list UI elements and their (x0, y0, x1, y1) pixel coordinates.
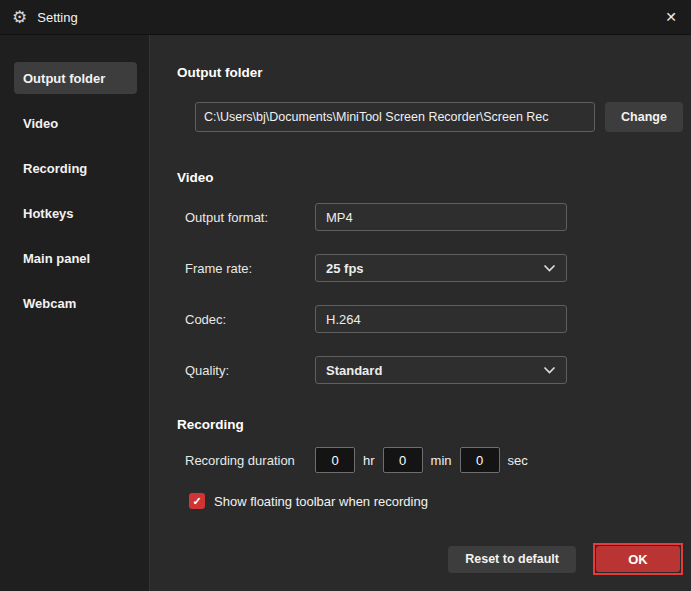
sidebar-item-recording[interactable]: Recording (14, 152, 137, 184)
settings-window: ⚙ Setting ✕ Output folder Video Recordin… (0, 0, 691, 591)
codec-input[interactable]: H.264 (315, 305, 567, 333)
quality-row: Quality: Standard (185, 356, 683, 384)
hours-unit-label: hr (363, 453, 375, 468)
sidebar-item-webcam[interactable]: Webcam (14, 287, 137, 319)
quality-select[interactable]: Standard (315, 356, 567, 384)
sidebar: Output folder Video Recording Hotkeys Ma… (0, 35, 150, 591)
video-section-title: Video (177, 170, 683, 185)
duration-hours-input[interactable] (315, 447, 355, 473)
duration-minutes-input[interactable] (383, 447, 423, 473)
output-folder-path-input[interactable] (195, 102, 595, 132)
output-format-input[interactable]: MP4 (315, 203, 567, 231)
frame-rate-label: Frame rate: (185, 261, 315, 276)
floating-toolbar-checkbox[interactable]: ✓ (189, 493, 205, 509)
settings-panel: Output folder Change Video Output format… (150, 35, 691, 591)
footer-actions: Reset to default OK (448, 543, 683, 575)
chevron-down-icon (543, 264, 556, 273)
titlebar: ⚙ Setting ✕ (0, 0, 691, 35)
sidebar-item-main-panel[interactable]: Main panel (14, 242, 137, 274)
window-title: Setting (37, 10, 77, 25)
frame-rate-select[interactable]: 25 fps (315, 254, 567, 282)
quality-value: Standard (326, 363, 382, 378)
recording-section-title: Recording (177, 417, 683, 432)
codec-value: H.264 (326, 312, 361, 327)
settings-gear-icon: ⚙ (12, 9, 27, 26)
output-format-label: Output format: (185, 210, 315, 225)
output-folder-row: Change (195, 102, 683, 132)
output-format-row: Output format: MP4 (185, 203, 683, 231)
ok-button-highlight: OK (593, 543, 683, 575)
close-icon[interactable]: ✕ (651, 9, 677, 25)
chevron-down-icon (543, 366, 556, 375)
change-folder-button[interactable]: Change (605, 102, 683, 132)
sidebar-item-output-folder[interactable]: Output folder (14, 62, 137, 94)
frame-rate-row: Frame rate: 25 fps (185, 254, 683, 282)
quality-label: Quality: (185, 363, 315, 378)
output-format-value: MP4 (326, 210, 353, 225)
sidebar-item-video[interactable]: Video (14, 107, 137, 139)
recording-duration-label: Recording duration (185, 453, 315, 468)
floating-toolbar-checkbox-label: Show floating toolbar when recording (214, 494, 428, 509)
window-body: Output folder Video Recording Hotkeys Ma… (0, 35, 691, 591)
seconds-unit-label: sec (508, 453, 528, 468)
duration-seconds-input[interactable] (460, 447, 500, 473)
minutes-unit-label: min (431, 453, 452, 468)
frame-rate-value: 25 fps (326, 261, 364, 276)
codec-label: Codec: (185, 312, 315, 327)
sidebar-item-hotkeys[interactable]: Hotkeys (14, 197, 137, 229)
recording-duration-row: Recording duration hr min sec (185, 447, 683, 473)
ok-button[interactable]: OK (596, 546, 680, 572)
codec-row: Codec: H.264 (185, 305, 683, 333)
reset-to-default-button[interactable]: Reset to default (448, 546, 576, 573)
floating-toolbar-option: ✓ Show floating toolbar when recording (189, 493, 683, 509)
output-folder-section-title: Output folder (177, 65, 683, 80)
